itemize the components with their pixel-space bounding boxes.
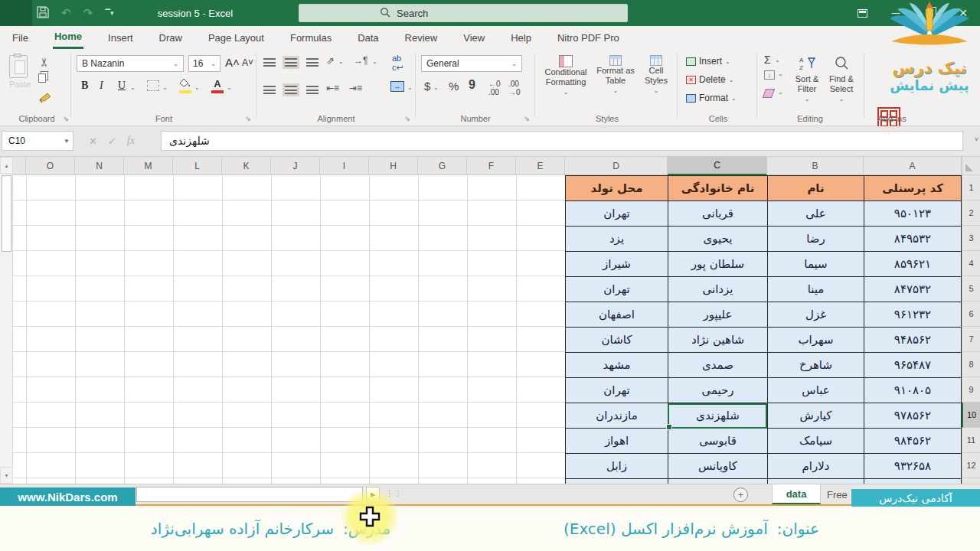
cell-a10[interactable]: ۹۷۸۵۶۲ bbox=[864, 403, 962, 429]
autosum-icon[interactable]: Σ bbox=[764, 54, 771, 66]
row-header-7[interactable]: 7 bbox=[962, 327, 980, 352]
cell-d2[interactable]: تهران bbox=[565, 201, 668, 227]
insert-cells-button[interactable]: Insert⌄ bbox=[686, 56, 730, 67]
find-select-button[interactable]: Find & Select⌄ bbox=[825, 55, 858, 104]
cell-a12[interactable]: ۹۳۲۶۵۸ bbox=[864, 454, 962, 479]
row-header-5[interactable]: 5 bbox=[962, 276, 980, 302]
cell-b12[interactable]: دلارام bbox=[767, 454, 864, 479]
cell-b10[interactable]: کیارش bbox=[767, 403, 864, 429]
clear-icon[interactable] bbox=[763, 89, 775, 98]
scroll-down-icon[interactable]: ▼ bbox=[0, 467, 13, 484]
tab-formulas[interactable]: Formulas bbox=[289, 28, 333, 48]
column-header-i[interactable]: I bbox=[320, 157, 369, 175]
name-box-dropdown-icon[interactable]: ▼ bbox=[64, 138, 70, 145]
alignment-dialog-launcher-icon[interactable]: ⇘ bbox=[404, 115, 410, 122]
tab-file[interactable]: File bbox=[11, 28, 30, 48]
formula-input[interactable]: شلهزندی bbox=[161, 131, 963, 151]
restore-button[interactable] bbox=[913, 0, 946, 26]
column-header-f[interactable]: F bbox=[467, 157, 516, 175]
cell-d7[interactable]: کاشان bbox=[565, 328, 668, 353]
cell-a2[interactable]: ۹۵۰۱۲۳ bbox=[864, 201, 962, 227]
delete-cells-button[interactable]: ✕ Delete⌄ bbox=[686, 74, 733, 85]
row-header-11[interactable]: 11 bbox=[962, 428, 980, 453]
wrap-text-icon[interactable]: abc↩ bbox=[392, 54, 403, 73]
increase-decimal-icon[interactable]: ←0.00 bbox=[488, 80, 501, 96]
tab-insert[interactable]: Insert bbox=[106, 28, 135, 48]
tab-home[interactable]: Home bbox=[53, 26, 83, 49]
cell-a6[interactable]: ۹۶۱۲۳۲ bbox=[864, 302, 962, 328]
cell-c6[interactable]: علیپور bbox=[668, 302, 767, 328]
column-header-j[interactable]: J bbox=[271, 157, 320, 175]
comma-style-icon[interactable]: 9 bbox=[469, 78, 475, 92]
row-header-12[interactable]: 12 bbox=[962, 453, 980, 478]
align-top-icon[interactable] bbox=[263, 58, 276, 67]
orientation-dropdown-icon[interactable]: ⌄ bbox=[338, 58, 344, 65]
font-dialog-launcher-icon[interactable]: ⇘ bbox=[245, 115, 251, 122]
cell-a8[interactable]: ۹۶۵۴۸۷ bbox=[864, 353, 962, 378]
row-header-4[interactable]: 4 bbox=[962, 251, 980, 276]
increase-indent-icon[interactable]: ⇥≡ bbox=[349, 83, 362, 93]
merge-center-icon[interactable]: ↔ bbox=[390, 81, 404, 92]
header-cell-b1[interactable]: نام bbox=[767, 176, 864, 201]
cell-b7[interactable]: سهراب bbox=[767, 328, 864, 353]
sheet-tab-data[interactable]: data bbox=[772, 484, 821, 504]
copy-icon[interactable] bbox=[38, 73, 46, 85]
enter-icon[interactable]: ✓ bbox=[108, 135, 116, 147]
align-left-icon[interactable] bbox=[263, 86, 276, 94]
borders-dropdown-icon[interactable]: ⌄ bbox=[162, 84, 168, 91]
expand-formula-bar-icon[interactable]: ˅ bbox=[975, 135, 978, 143]
column-header-m[interactable]: M bbox=[124, 157, 173, 175]
row-header-10[interactable]: 10 bbox=[962, 403, 980, 428]
font-color-dropdown-icon[interactable]: ⌄ bbox=[227, 84, 232, 91]
italic-button[interactable]: I bbox=[100, 80, 103, 92]
cell-c8[interactable]: صمدی bbox=[668, 353, 767, 378]
ribbon-display-options-button[interactable] bbox=[845, 0, 879, 26]
fill-icon[interactable]: ↓ bbox=[764, 70, 775, 80]
cell-c9[interactable]: رحیمی bbox=[668, 378, 767, 403]
column-header-b[interactable]: B bbox=[767, 157, 864, 175]
decrease-indent-icon[interactable]: ⇤≡ bbox=[326, 83, 339, 93]
row-header-9[interactable]: 9 bbox=[962, 377, 980, 403]
text-direction-dropdown-icon[interactable]: ⌄ bbox=[372, 58, 377, 65]
font-size-select[interactable]: 16⌄ bbox=[188, 55, 220, 72]
column-header-l[interactable]: L bbox=[173, 157, 222, 175]
font-color-icon[interactable]: A bbox=[211, 78, 224, 93]
column-header-e[interactable]: E bbox=[516, 157, 565, 175]
cell-b8[interactable]: شاهرخ bbox=[767, 353, 864, 378]
cell-c5[interactable]: یزدانی bbox=[668, 277, 767, 302]
tab-data[interactable]: Data bbox=[356, 28, 380, 48]
orientation-icon[interactable]: ⇗ bbox=[326, 55, 335, 67]
name-box[interactable]: C10▼ bbox=[2, 131, 74, 151]
cell-d10[interactable]: مازندران bbox=[565, 403, 668, 429]
cell-a9[interactable]: ۹۱۰۸۰۵ bbox=[864, 378, 962, 403]
align-middle-icon[interactable] bbox=[285, 58, 297, 67]
merge-dropdown-icon[interactable]: ⌄ bbox=[407, 84, 413, 91]
tab-review[interactable]: Review bbox=[403, 28, 439, 48]
tab-view[interactable]: View bbox=[462, 28, 486, 48]
font-name-select[interactable]: B Nazanin⌄ bbox=[77, 55, 184, 72]
cell-a7[interactable]: ۹۴۸۵۶۲ bbox=[864, 328, 962, 353]
underline-button[interactable]: U bbox=[118, 80, 126, 92]
text-direction-icon[interactable]: →¶ bbox=[354, 55, 368, 66]
row-header-2[interactable]: 2 bbox=[962, 201, 980, 226]
accounting-dropdown-icon[interactable]: ⌄ bbox=[433, 84, 439, 91]
column-header-d[interactable]: D bbox=[565, 157, 668, 175]
cell-b9[interactable]: عباس bbox=[767, 378, 864, 403]
underline-dropdown-icon[interactable]: ⌄ bbox=[130, 84, 136, 91]
decrease-font-icon[interactable]: A˅ bbox=[242, 57, 253, 68]
cell-d9[interactable]: تهران bbox=[565, 378, 668, 403]
header-cell-d1[interactable]: محل تولد bbox=[565, 176, 668, 201]
scroll-right-icon[interactable]: ▶ bbox=[366, 487, 380, 502]
insert-function-icon[interactable]: fx bbox=[127, 135, 135, 147]
column-header-o[interactable]: O bbox=[26, 157, 75, 175]
column-header-h[interactable]: H bbox=[369, 157, 418, 175]
format-as-table-button[interactable]: Format as Table⌄ bbox=[593, 55, 639, 96]
cell-b6[interactable]: غزل bbox=[767, 302, 864, 328]
cancel-icon[interactable]: ✕ bbox=[89, 135, 97, 147]
tab-help[interactable]: Help bbox=[509, 28, 533, 48]
format-cells-button[interactable]: Format⌄ bbox=[686, 93, 737, 103]
borders-icon[interactable] bbox=[147, 80, 159, 91]
increase-font-icon[interactable]: A˄ bbox=[225, 56, 240, 69]
cell-styles-button[interactable]: Cell Styles⌄ bbox=[639, 55, 674, 96]
column-header-g[interactable]: G bbox=[418, 157, 467, 175]
